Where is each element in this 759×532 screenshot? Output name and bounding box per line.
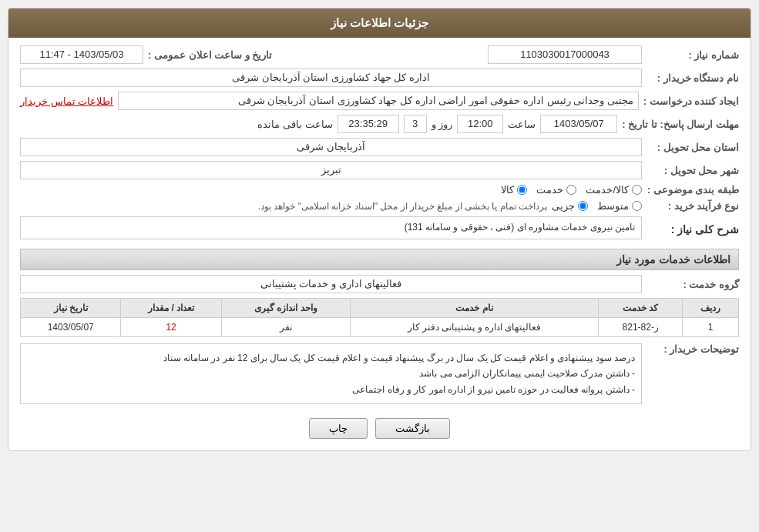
col-tedad: تعداد / مقدار <box>121 299 221 318</box>
date-value: 1403/05/07 <box>540 115 617 133</box>
table-cell-2: فعالیتهای اداره و پشتیبانی دفتر کار <box>350 318 599 337</box>
page-title: جزئیات اطلاعات نیاز <box>8 8 751 38</box>
tarikh-label: تاریخ و ساعت اعلان عمومی : <box>148 49 272 61</box>
shomara-value: 1103030017000043 <box>488 45 642 64</box>
tozihat-row: توضیحات خریدار : درصد سود پیشنهادی و اعل… <box>20 343 739 410</box>
tozihat-line-2: - داشتن مدرک صلاحیت ایمنی پیمانکاران الز… <box>27 366 635 381</box>
table-cell-4: 12 <box>121 318 221 337</box>
ettelaat-link[interactable]: اطلاعات تماس خریدار <box>20 95 113 107</box>
goroh-value: فعالیتهای اداری و خدمات پشتیبانی <box>20 275 642 293</box>
radio-kala-item[interactable]: کالا <box>501 184 527 196</box>
ijad-konande-row: ایجاد کننده درخواست : مجتبی وجدانی رئیس … <box>20 92 739 110</box>
goroh-row: گروه خدمت : فعالیتهای اداری و خدمات پشتی… <box>20 275 739 293</box>
khedmat-section-title: اطلاعات خدمات مورد نیاز <box>20 249 739 270</box>
nam-dastgah-row: نام دستگاه خریدار : اداره کل جهاد کشاورز… <box>20 69 739 87</box>
ijad-konande-label: ایجاد کننده درخواست : <box>643 95 739 107</box>
content-area: شماره نیاز : 1103030017000043 تاریخ و سا… <box>8 38 751 450</box>
mande-label: ساعت باقی مانده <box>257 119 332 130</box>
radio-jozii[interactable] <box>578 201 588 211</box>
ostan-value: آذربایجان شرقی <box>20 138 642 156</box>
tozihat-box: درصد سود پیشنهادی و اعلام قیمت کل یک سال… <box>20 343 642 404</box>
col-tarikh: تاریخ نیاز <box>21 299 121 318</box>
nooe-radio-group: متوسط جزیی <box>552 200 642 212</box>
tarikh-value: 1403/05/03 - 11:47 <box>20 45 143 64</box>
tozihat-line-1: درصد سود پیشنهادی و اعلام قیمت کل یک سال… <box>27 350 635 366</box>
tozihat-line-3: - داشتن پروانه فعالیت در حوزه تامین نیرو… <box>27 382 635 397</box>
goroh-label: گروه خدمت : <box>646 279 739 290</box>
button-row: بازگشت چاپ <box>20 418 739 439</box>
radio-motevaset-item[interactable]: متوسط <box>597 200 642 212</box>
rooz-label: روز و <box>432 119 453 130</box>
chap-button[interactable]: چاپ <box>309 418 368 439</box>
mohlat-row: مهلت ارسال پاسخ: تا تاریخ : 1403/05/07 س… <box>20 115 739 133</box>
radio-motevaset-label: متوسط <box>597 200 629 212</box>
radio-jozii-item[interactable]: جزیی <box>552 200 588 212</box>
ostan-label: استان محل تحویل : <box>646 142 739 153</box>
nam-dastgah-value: اداره کل جهاد کشاورزی استان آذربایجان شر… <box>20 69 642 87</box>
table-cell-5: 1403/05/07 <box>21 318 121 337</box>
shomara-label: شماره نیاز : <box>646 49 739 61</box>
mande-value: 23:35:29 <box>338 115 399 133</box>
radio-kala[interactable] <box>517 185 527 195</box>
table-cell-3: نفر <box>221 318 350 337</box>
ijad-konande-value: مجتبی وجدانی رئیس اداره حقوقی امور اراضی… <box>118 92 639 110</box>
rooz-value: 3 <box>404 115 427 133</box>
main-card: جزئیات اطلاعات نیاز شماره نیاز : 1103030… <box>8 8 751 451</box>
saat-value: 12:00 <box>457 115 503 133</box>
col-nam: نام خدمت <box>350 299 599 318</box>
radio-kala-khedmat-label: کالا/خدمت <box>586 184 629 196</box>
nooe-farayand-row: نوع فرآیند خرید : متوسط جزیی پرداخت تمام… <box>20 200 739 212</box>
col-radif: ردیف <box>683 299 739 318</box>
table-cell-0: 1 <box>683 318 739 337</box>
sharh-section-label: شرح کلی نیاز : <box>646 223 739 236</box>
bazgasht-button[interactable]: بازگشت <box>375 418 450 439</box>
ostan-row: استان محل تحویل : آذربایجان شرقی <box>20 138 739 156</box>
radio-motevaset[interactable] <box>632 201 642 211</box>
shomara-tarikh-row: شماره نیاز : 1103030017000043 تاریخ و سا… <box>20 45 739 64</box>
table-row: 1ز-82-821فعالیتهای اداره و پشتیبانی دفتر… <box>21 318 739 337</box>
saat-label: ساعت <box>508 119 536 130</box>
sharh-section-row: شرح کلی نیاز : تامین نیروی خدمات مشاوره … <box>20 216 739 243</box>
nam-dastgah-label: نام دستگاه خریدار : <box>646 72 739 84</box>
mohlat-label: مهلت ارسال پاسخ: تا تاریخ : <box>622 119 739 130</box>
radio-kala-label: کالا <box>501 184 514 196</box>
shahr-value: تبریز <box>20 161 642 179</box>
radio-khedmat[interactable] <box>566 185 576 195</box>
col-vahed: واحد اندازه گیری <box>221 299 350 318</box>
nooe-desc: پرداخت تمام یا بخشی از مبلغ خریدار از مح… <box>258 201 547 212</box>
radio-khedmat-item[interactable]: خدمت <box>536 184 576 196</box>
services-table: ردیف کد خدمت نام خدمت واحد اندازه گیری ت… <box>20 298 739 337</box>
col-kod: کد خدمت <box>599 299 683 318</box>
tabaqe-label: طبقه بندی موضوعی : <box>646 184 739 196</box>
sharh-value: تامین نیروی خدمات مشاوره ای (فنی ، حقوقی… <box>20 216 642 239</box>
radio-jozii-label: جزیی <box>552 200 575 212</box>
radio-kala-khedmat-item[interactable]: کالا/خدمت <box>586 184 642 196</box>
tabaqe-row: طبقه بندی موضوعی : کالا/خدمت خدمت کالا <box>20 184 739 196</box>
tabaqe-radio-group: کالا/خدمت خدمت کالا <box>501 184 642 196</box>
shahr-label: شهر محل تحویل : <box>646 165 739 176</box>
table-cell-1: ز-82-821 <box>599 318 683 337</box>
shahr-row: شهر محل تحویل : تبریز <box>20 161 739 179</box>
tozihat-label: توضیحات خریدار : <box>646 343 739 355</box>
radio-kala-khedmat[interactable] <box>632 185 642 195</box>
radio-khedmat-label: خدمت <box>536 184 563 196</box>
nooe-label: نوع فرآیند خرید : <box>646 200 739 212</box>
page-container: جزئیات اطلاعات نیاز شماره نیاز : 1103030… <box>0 0 759 532</box>
